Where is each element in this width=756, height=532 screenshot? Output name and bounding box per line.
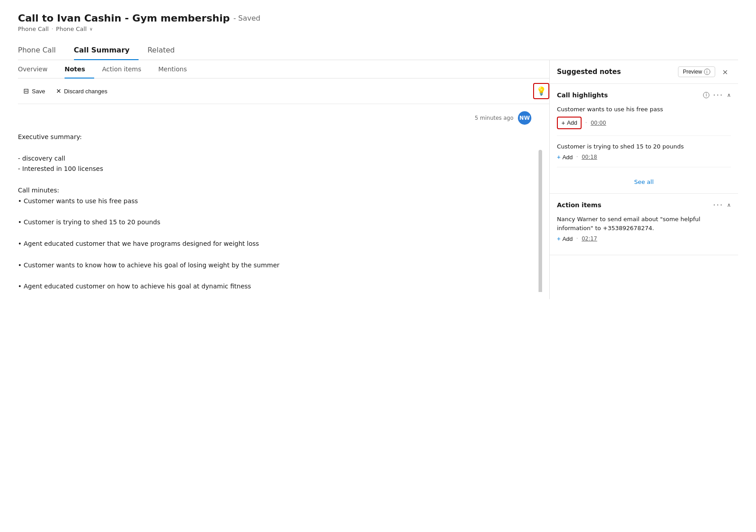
lightbulb-button[interactable]: 💡: [533, 83, 549, 99]
saved-badge: - Saved: [233, 14, 260, 22]
see-all-link[interactable]: See all: [634, 179, 654, 185]
discard-icon: ✕: [56, 87, 61, 95]
highlight-item-1: Customer is trying to shed 15 to 20 poun…: [557, 142, 731, 168]
right-panel: Suggested notes Preview i × Call highlig…: [550, 60, 738, 299]
action-items-header: Action items ··· ∧: [557, 200, 731, 209]
lightbulb-icon: 💡: [536, 86, 546, 96]
save-label: Save: [32, 88, 45, 95]
action-items-section: Action items ··· ∧ Nancy Warner to send …: [550, 194, 738, 255]
call-highlights-more-button[interactable]: ···: [713, 90, 723, 100]
plus-icon-1: +: [557, 153, 560, 161]
preview-button[interactable]: Preview i: [678, 66, 715, 77]
action-item-actions-0: + Add · 02:17: [557, 235, 731, 242]
sub-tab-mentions[interactable]: Mentions: [158, 60, 196, 78]
separator-1: ·: [576, 154, 578, 160]
breadcrumb-dropdown-arrow[interactable]: ∨: [89, 26, 92, 31]
highlight-text-1: Customer is trying to shed 15 to 20 poun…: [557, 142, 731, 151]
timestamp-0[interactable]: 00:00: [591, 120, 606, 126]
add-button-1[interactable]: + Add: [557, 153, 573, 161]
timestamp-1[interactable]: 00:18: [582, 154, 597, 160]
sub-tab-notes[interactable]: Notes: [65, 60, 94, 78]
action-timestamp-0[interactable]: 02:17: [582, 235, 597, 242]
page-wrapper: Call to Ivan Cashin - Gym membership - S…: [0, 0, 756, 299]
main-tabs: Phone Call Call Summary Related: [18, 41, 738, 60]
action-item-text-0: Nancy Warner to send email about "some h…: [557, 215, 731, 232]
avatar: NW: [518, 111, 531, 125]
discard-button[interactable]: ✕ Discard changes: [51, 85, 113, 97]
sub-tab-overview[interactable]: Overview: [18, 60, 56, 78]
page-header: Call to Ivan Cashin - Gym membership - S…: [18, 13, 738, 32]
breadcrumb: Phone Call · Phone Call ∨: [18, 26, 738, 32]
preview-label: Preview: [683, 69, 702, 75]
title-text: Call to Ivan Cashin - Gym membership: [18, 13, 230, 24]
tab-phone-call[interactable]: Phone Call: [18, 41, 65, 60]
call-highlights-info-icon[interactable]: i: [703, 92, 709, 98]
save-icon: ⊟: [23, 87, 29, 95]
sub-tab-action-items[interactable]: Action items: [102, 60, 150, 78]
add-label-0: Add: [567, 119, 577, 126]
notes-text[interactable]: Executive summary: - discovery call - In…: [18, 132, 542, 292]
scrollbar[interactable]: [539, 150, 542, 292]
see-all-container: See all: [557, 174, 731, 187]
info-icon: i: [704, 69, 710, 75]
notes-content: 5 minutes ago NW Executive summary: - di…: [18, 104, 549, 299]
breadcrumb-item2: Phone Call: [56, 26, 87, 32]
highlight-text-0: Customer wants to use his free pass: [557, 105, 731, 114]
action-items-more-button[interactable]: ···: [713, 200, 723, 209]
action-separator-0: ·: [576, 235, 578, 242]
separator-0: ·: [585, 120, 587, 126]
content-area: Overview Notes Action items Mentions ⊟ S…: [18, 60, 738, 299]
plus-icon-0: +: [561, 119, 565, 126]
action-add-button-0[interactable]: + Add: [557, 235, 573, 242]
action-items-title: Action items: [557, 201, 709, 209]
call-highlights-collapse-button[interactable]: ∧: [727, 92, 731, 98]
tab-related[interactable]: Related: [148, 41, 184, 60]
suggested-notes-header: Suggested notes Preview i ×: [550, 60, 738, 84]
action-add-label-0: Add: [562, 235, 573, 242]
highlight-actions-1: + Add · 00:18: [557, 153, 731, 161]
notes-timestamp: 5 minutes ago: [475, 115, 513, 121]
suggested-notes-title: Suggested notes: [557, 68, 673, 76]
highlight-item-0: Customer wants to use his free pass + Ad…: [557, 105, 731, 136]
highlight-actions-0: + Add · 00:00: [557, 117, 731, 129]
action-item-0: Nancy Warner to send email about "some h…: [557, 215, 731, 249]
page-title: Call to Ivan Cashin - Gym membership - S…: [18, 13, 738, 24]
add-label-1: Add: [562, 154, 573, 161]
breadcrumb-separator: ·: [52, 26, 53, 32]
notes-toolbar: ⊟ Save ✕ Discard changes 💡: [18, 78, 549, 104]
save-button[interactable]: ⊟ Save: [18, 84, 51, 98]
call-highlights-section: Call highlights i ··· ∧ Customer wants t…: [550, 84, 738, 194]
discard-label: Discard changes: [64, 88, 108, 95]
action-items-collapse-button[interactable]: ∧: [727, 202, 731, 208]
notes-meta: 5 minutes ago NW: [18, 111, 542, 125]
add-button-0[interactable]: + Add: [557, 117, 582, 129]
left-content-wrapper: Executive summary: - discovery call - In…: [18, 132, 542, 292]
close-icon[interactable]: ×: [720, 67, 731, 77]
call-highlights-header: Call highlights i ··· ∧: [557, 90, 731, 100]
breadcrumb-item1: Phone Call: [18, 26, 49, 32]
tab-call-summary[interactable]: Call Summary: [74, 41, 139, 60]
action-plus-icon-0: +: [557, 235, 560, 242]
left-panel: Overview Notes Action items Mentions ⊟ S…: [18, 60, 550, 299]
sub-tabs: Overview Notes Action items Mentions: [18, 60, 549, 78]
call-highlights-title: Call highlights: [557, 92, 700, 99]
